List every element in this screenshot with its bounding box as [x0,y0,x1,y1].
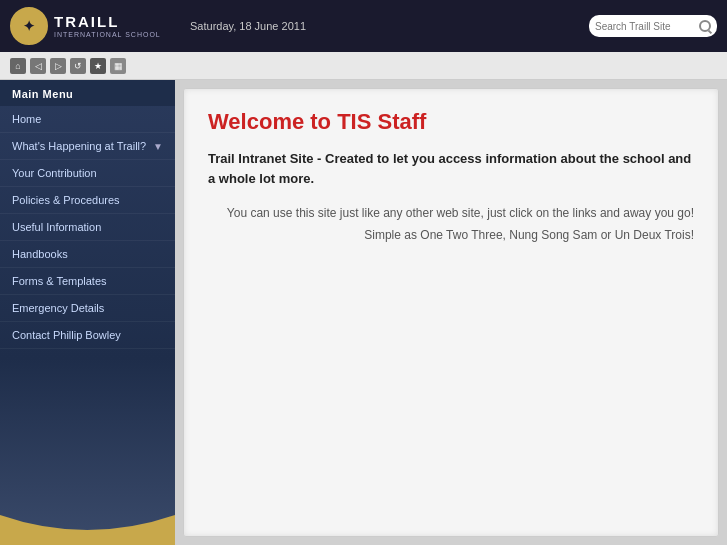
logo-emblem: ✦ [10,7,48,45]
content-area: Welcome to TIS Staff Trail Intranet Site… [175,80,727,545]
content-panel: Welcome to TIS Staff Trail Intranet Site… [183,88,719,537]
page-title: Welcome to TIS Staff [208,109,694,135]
reload-icon[interactable]: ↺ [70,58,86,74]
sidebar-item-whats-happening[interactable]: What's Happening at Traill? ▼ [0,133,175,160]
sidebar-item-home[interactable]: Home [0,106,175,133]
home-icon[interactable]: ⌂ [10,58,26,74]
sidebar: Main Menu Home What's Happening at Trail… [0,80,175,545]
sidebar-item-label: Useful Information [12,221,101,233]
sub-text-1: You can use this site just like any othe… [208,206,694,220]
sidebar-item-label: Policies & Procedures [12,194,120,206]
grid-icon[interactable]: ▦ [110,58,126,74]
sidebar-item-label: Contact Phillip Bowley [12,329,121,341]
intro-text: Trail Intranet Site - Created to let you… [208,149,694,188]
search-input[interactable] [595,21,695,32]
nav-icons-row: ⌂ ◁ ▷ ↺ ★ ▦ [0,52,727,80]
sidebar-item-label: Forms & Templates [12,275,107,287]
sidebar-item-label: Home [12,113,41,125]
logo-text: TRAILL INTERNATIONAL SCHOOL [54,14,161,38]
search-icon [699,20,711,32]
sidebar-item-useful-info[interactable]: Useful Information [0,214,175,241]
star-icon[interactable]: ★ [90,58,106,74]
sidebar-item-label: Handbooks [12,248,68,260]
logo-subtitle: INTERNATIONAL SCHOOL [54,31,161,38]
sidebar-item-label: Emergency Details [12,302,104,314]
logo-title: TRAILL [54,14,161,31]
sidebar-item-handbooks[interactable]: Handbooks [0,241,175,268]
sidebar-item-your-contribution[interactable]: Your Contribution [0,160,175,187]
back-icon[interactable]: ◁ [30,58,46,74]
sidebar-item-forms-templates[interactable]: Forms & Templates [0,268,175,295]
main-layout: Main Menu Home What's Happening at Trail… [0,80,727,545]
header-date: Saturday, 18 June 2011 [180,20,579,32]
sidebar-item-label: Your Contribution [12,167,97,179]
sidebar-item-policies[interactable]: Policies & Procedures [0,187,175,214]
forward-icon[interactable]: ▷ [50,58,66,74]
logo-area: ✦ TRAILL INTERNATIONAL SCHOOL [10,7,170,45]
header: ✦ TRAILL INTERNATIONAL SCHOOL Saturday, … [0,0,727,52]
sidebar-item-label: What's Happening at Traill? [12,140,146,152]
chevron-right-icon: ▼ [153,141,163,152]
sidebar-item-contact[interactable]: Contact Phillip Bowley [0,322,175,349]
sidebar-item-emergency[interactable]: Emergency Details [0,295,175,322]
sidebar-menu-label: Main Menu [0,80,175,106]
sub-text-2: Simple as One Two Three, Nung Song Sam o… [208,228,694,242]
search-box[interactable] [589,15,717,37]
